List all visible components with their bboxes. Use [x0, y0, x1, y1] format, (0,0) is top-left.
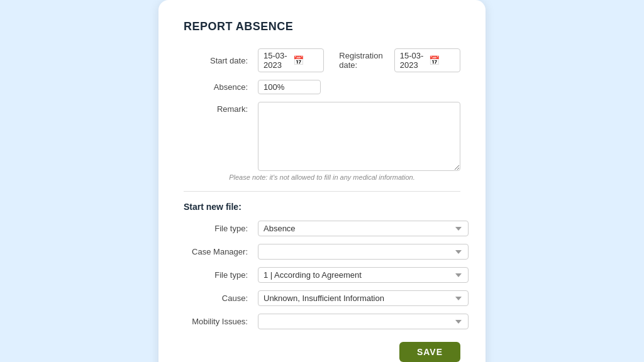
start-date-value: 15-03-2023	[264, 51, 289, 70]
report-absence-card: REPORT ABSENCE Start date: 15-03-2023 📅 …	[158, 0, 486, 362]
save-button[interactable]: SAVE	[399, 342, 460, 362]
section-divider	[184, 191, 460, 192]
start-date-calendar-icon[interactable]: 📅	[293, 55, 319, 65]
page-title: REPORT ABSENCE	[184, 20, 460, 33]
case-manager-row: Case Manager:	[184, 244, 460, 260]
cause-select[interactable]: Unknown, Insufficient Information Other	[258, 290, 469, 306]
mobility-issues-wrapper	[258, 314, 469, 329]
dates-row: Start date: 15-03-2023 📅 Registration da…	[184, 48, 460, 72]
mobility-issues-row: Mobility Issues:	[184, 314, 460, 329]
start-date-field[interactable]: 15-03-2023 📅	[258, 48, 324, 72]
file-type-wrapper: Absence Other	[258, 221, 469, 236]
remark-note: Please note: it's not allowed to fill in…	[184, 173, 460, 181]
remark-textarea[interactable]	[258, 102, 460, 171]
save-row: SAVE	[184, 342, 460, 362]
file-type-row: File type: Absence Other	[184, 221, 460, 236]
remark-label: Remark:	[184, 102, 253, 114]
cause-label: Cause:	[184, 293, 253, 303]
mobility-issues-label: Mobility Issues:	[184, 317, 253, 326]
absence-row: Absence:	[184, 80, 460, 94]
registration-date-value: 15-03-2023	[400, 51, 426, 70]
new-file-section-title: Start new file:	[184, 202, 460, 212]
file-type2-label: File type:	[184, 270, 253, 280]
cause-row: Cause: Unknown, Insufficient Information…	[184, 290, 460, 306]
start-date-label: Start date:	[184, 56, 253, 65]
absence-label: Absence:	[184, 82, 253, 92]
registration-date-label: Registration date:	[339, 51, 389, 70]
case-manager-wrapper	[258, 244, 469, 260]
absence-input[interactable]	[258, 80, 321, 94]
mobility-issues-select[interactable]	[258, 314, 469, 329]
cause-wrapper: Unknown, Insufficient Information Other	[258, 290, 469, 306]
case-manager-label: Case Manager:	[184, 247, 253, 256]
file-type2-wrapper: 1 | According to Agreement 2 | Other	[258, 267, 469, 283]
file-type-label: File type:	[184, 224, 253, 233]
file-type-select[interactable]: Absence Other	[258, 221, 469, 236]
remark-row: Remark:	[184, 102, 460, 171]
registration-date-field[interactable]: 15-03-2023 📅	[394, 48, 460, 72]
registration-date-calendar-icon[interactable]: 📅	[429, 55, 455, 65]
file-type2-select[interactable]: 1 | According to Agreement 2 | Other	[258, 267, 469, 283]
file-type2-row: File type: 1 | According to Agreement 2 …	[184, 267, 460, 283]
case-manager-select[interactable]	[258, 244, 469, 260]
